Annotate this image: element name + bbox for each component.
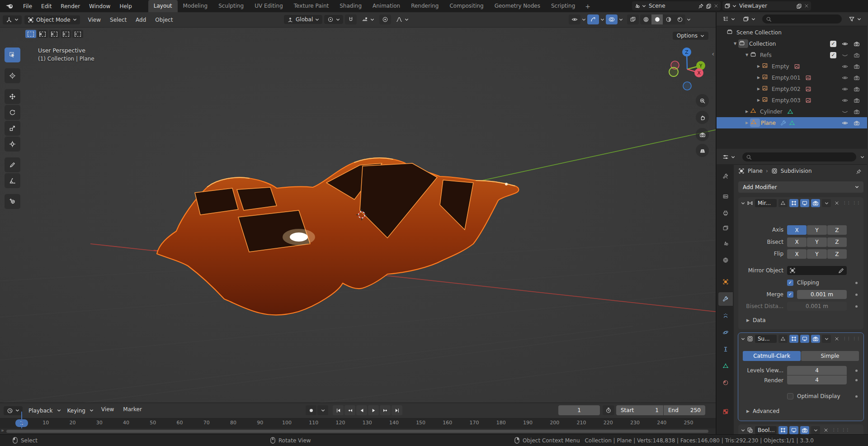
viewport-3d[interactable]: Options User Perspective (1) Collection …	[0, 28, 716, 403]
ruler-tick-60[interactable]: 60	[176, 420, 183, 426]
timeline-menu-view[interactable]: View	[97, 406, 118, 415]
modifier-name-field[interactable]: Mir...	[755, 199, 777, 207]
snap-settings[interactable]	[359, 15, 377, 24]
options-button[interactable]: Options	[673, 32, 708, 40]
ruler-tick-90[interactable]: 90	[257, 420, 263, 426]
tool-rotate-button[interactable]	[5, 105, 20, 120]
timeline-scrollbar[interactable]	[6, 430, 708, 433]
chevron-down-icon[interactable]	[741, 202, 745, 205]
camera-view-button[interactable]	[696, 128, 709, 141]
topbar-menu-window[interactable]: Window	[85, 3, 115, 9]
workspace-tab-animation[interactable]: Animation	[367, 0, 406, 12]
outliner-row-scene collection[interactable]: Scene Collection	[717, 27, 867, 38]
record-button[interactable]	[306, 405, 316, 415]
end-frame-field[interactable]: End 250	[664, 405, 705, 415]
outliner-row-empty-001[interactable]: ▶Empty.001	[717, 72, 867, 83]
properties-tab-particles[interactable]	[718, 309, 733, 323]
zoom-button[interactable]	[696, 94, 709, 107]
new-viewlayer-icon[interactable]	[796, 3, 802, 9]
ruler-tick-100[interactable]: 100	[282, 420, 292, 426]
ruler-tick-30[interactable]: 30	[96, 420, 103, 426]
workspace-tab-uv-editing[interactable]: UV Editing	[249, 0, 288, 12]
modifier-name-field[interactable]: Su...	[755, 335, 777, 343]
levels-viewport-field[interactable]: 4	[787, 366, 847, 375]
workspace-tab-geometry-nodes[interactable]: Geometry Nodes	[489, 0, 546, 12]
properties-tab-material[interactable]	[718, 376, 733, 389]
delete-modifier-button[interactable]	[834, 336, 840, 342]
ruler-tick-230[interactable]: 230	[630, 420, 640, 426]
select-mode-set[interactable]	[25, 30, 36, 38]
properties-tab-scene[interactable]	[718, 237, 733, 250]
ortho-toggle-button[interactable]	[696, 144, 709, 157]
properties-editor-type-button[interactable]	[719, 152, 738, 161]
breadcrumb-modifier[interactable]: Subdivision	[781, 168, 812, 174]
viewlayer-selector[interactable]: ViewLayer	[722, 1, 811, 10]
ruler-tick-190[interactable]: 190	[523, 420, 533, 426]
xray-toggle[interactable]	[627, 14, 639, 24]
Optimal Display-checkbox[interactable]: ✓	[787, 393, 793, 399]
ruler-tick-240[interactable]: 240	[657, 420, 666, 426]
shading-solid[interactable]	[651, 14, 663, 24]
bisect-z-button[interactable]: Z	[827, 237, 847, 247]
advanced-section-toggle[interactable]: ▶Advanced	[746, 408, 779, 414]
bisect-x-button[interactable]: X	[787, 237, 807, 247]
shading-material-preview[interactable]	[663, 14, 674, 24]
overlays-toggle[interactable]	[606, 14, 618, 24]
ruler-tick-210[interactable]: 210	[577, 420, 586, 426]
add-workspace-button[interactable]: +	[580, 3, 595, 10]
properties-tab-viewlayer[interactable]	[718, 221, 733, 235]
properties-tab-physics[interactable]	[718, 326, 733, 339]
tool-add-cube-button[interactable]	[5, 194, 20, 209]
disclosure-right-icon[interactable]: ▶	[744, 121, 750, 125]
chevron-down-icon[interactable]	[860, 156, 864, 159]
hide-viewport-toggle[interactable]	[842, 109, 848, 115]
merge-value-field[interactable]: 0.001 m	[797, 290, 847, 299]
simple-button[interactable]: Simple	[801, 351, 859, 361]
display-realtime-toggle[interactable]	[789, 426, 798, 434]
display-render-toggle[interactable]	[811, 199, 820, 207]
workspace-tab-sculpting[interactable]: Sculpting	[213, 0, 249, 12]
outliner-filter-button[interactable]	[845, 14, 864, 24]
timeline-menu-playback[interactable]: Playback	[25, 406, 64, 415]
jump-to-start-button[interactable]	[333, 405, 344, 415]
modifier-name-field[interactable]: Bool...	[755, 426, 777, 434]
new-scene-icon[interactable]	[706, 3, 712, 9]
chevron-down-icon[interactable]	[741, 337, 745, 341]
display-realtime-toggle[interactable]	[800, 335, 809, 343]
tool-cursor-button[interactable]	[5, 68, 20, 83]
object-icon[interactable]	[738, 168, 745, 174]
properties-tab-render[interactable]	[718, 190, 733, 203]
hide-viewport-toggle[interactable]	[842, 41, 848, 47]
sidebar-toggle[interactable]: ‹	[712, 50, 714, 57]
disclosure-right-icon[interactable]: ▶	[744, 109, 750, 114]
disclosure-right-icon[interactable]: ▶	[755, 76, 762, 80]
workspace-tab-texture-paint[interactable]: Texture Paint	[288, 0, 334, 12]
outliner-row-collection[interactable]: ▼Collection✓	[717, 38, 867, 49]
outliner-display-mode-button[interactable]	[740, 14, 759, 24]
properties-tab-modifiers[interactable]	[718, 292, 733, 306]
outliner-row-refs[interactable]: ▼Refs✓	[717, 49, 867, 61]
hide-viewport-toggle[interactable]	[842, 97, 848, 104]
hide-viewport-toggle[interactable]	[842, 63, 848, 70]
tool-scale-button[interactable]	[5, 121, 20, 136]
axis-z-button[interactable]: Z	[827, 225, 847, 235]
display-on-cage-toggle[interactable]	[778, 199, 788, 207]
tool-measure-button[interactable]	[5, 173, 20, 188]
display-realtime-toggle[interactable]	[800, 199, 809, 207]
properties-tab-world[interactable]	[718, 253, 733, 267]
chevron-down-icon[interactable]	[687, 18, 691, 21]
ruler-tick-20[interactable]: 20	[70, 420, 76, 426]
display-render-toggle[interactable]	[800, 426, 809, 434]
ruler-tick-150[interactable]: 150	[416, 420, 425, 426]
ruler-tick-110[interactable]: 110	[309, 420, 318, 426]
chevron-down-icon[interactable]	[619, 18, 623, 21]
workspace-tab-layout[interactable]: Layout	[148, 0, 178, 12]
viewport-menu-add[interactable]: Add	[131, 17, 151, 23]
gizmos-toggle[interactable]	[587, 14, 599, 24]
workspace-tab-compositing[interactable]: Compositing	[444, 0, 489, 12]
hide-viewport-toggle[interactable]	[842, 75, 848, 81]
use-preview-range-button[interactable]	[603, 405, 614, 415]
catmull-clark-button[interactable]: Catmull-Clark	[743, 351, 801, 361]
workspace-tab-modeling[interactable]: Modeling	[178, 0, 213, 12]
outliner-row-cylinder[interactable]: ▶Cylinder	[717, 106, 867, 117]
